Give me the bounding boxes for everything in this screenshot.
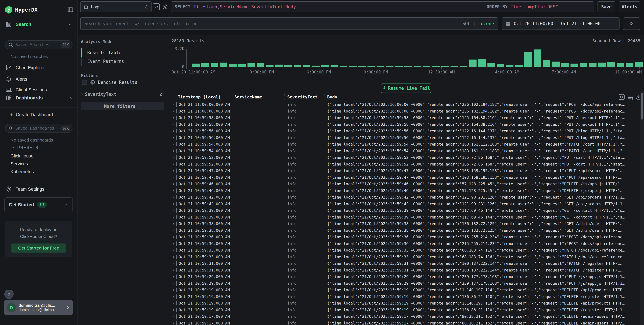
column-header-servicename[interactable]: ServiceName — [234, 95, 262, 99]
table-row[interactable]: ›Oct 21 10:59:29.000 AMinfo{"time_local"… — [169, 274, 640, 280]
expand-row-icon[interactable]: › — [172, 188, 175, 194]
saved-searches-search[interactable]: ⌘K — [5, 40, 72, 49]
expand-row-icon[interactable]: › — [172, 228, 175, 233]
histogram-bar[interactable] — [275, 64, 283, 67]
histogram-bar[interactable] — [192, 63, 200, 67]
column-header-severitytext[interactable]: SeverityText — [287, 95, 318, 99]
tab-event-patterns[interactable]: Event Patterns — [87, 59, 124, 64]
column-header-timestamp[interactable]: Timestamp (Local) — [178, 95, 221, 99]
table-row[interactable]: ›Oct 21 10:59:19.000 AMinfo{"time_local"… — [169, 307, 640, 314]
table-row[interactable]: ›Oct 21 10:59:38.000 AMinfo{"time_local"… — [169, 221, 640, 227]
expand-row-icon[interactable]: › — [172, 241, 175, 247]
expand-row-icon[interactable]: › — [172, 148, 175, 154]
expand-row-icon[interactable]: › — [172, 155, 175, 160]
histogram-bar[interactable] — [617, 63, 624, 67]
histogram-bar[interactable] — [580, 63, 587, 67]
table-row[interactable]: ›Oct 21 10:59:31.000 AMinfo{"time_local"… — [169, 267, 640, 274]
expand-row-icon[interactable]: › — [172, 201, 175, 207]
sql-toggle[interactable]: SQL — [462, 21, 470, 26]
histogram-bar[interactable] — [561, 63, 569, 67]
histogram-bar[interactable] — [201, 63, 209, 67]
get-started-card[interactable]: Get Started 3/3 — [4, 197, 73, 212]
table-row[interactable]: ›Oct 21 10:59:42.000 AMinfo{"time_local"… — [169, 201, 640, 207]
histogram-bar[interactable] — [238, 64, 246, 67]
create-dashboard-button[interactable]: + Create Dashboard — [6, 111, 72, 118]
histogram-bar[interactable] — [284, 65, 292, 67]
table-row[interactable]: ›Oct 21 10:59:46.000 AMinfo{"time_local"… — [169, 181, 640, 188]
table-row[interactable]: ›Oct 21 10:59:39.000 AMinfo{"time_local"… — [169, 214, 640, 221]
histogram-bar[interactable] — [543, 60, 550, 67]
table-row[interactable]: ›Oct 21 10:59:19.000 AMinfo{"time_local"… — [169, 300, 640, 307]
source-settings-button[interactable] — [162, 3, 169, 10]
expand-row-icon[interactable]: › — [172, 161, 175, 167]
edit-sql-button[interactable] — [153, 3, 160, 10]
table-row[interactable]: ›Oct 21 10:59:33.000 AMinfo{"time_local"… — [169, 254, 640, 261]
column-header-body[interactable]: Body — [327, 95, 337, 99]
get-started-free-button[interactable]: Get Started for Free — [11, 244, 66, 253]
lucene-toggle[interactable]: Lucene — [478, 21, 494, 26]
expand-row-icon[interactable]: › — [172, 108, 175, 114]
expand-row-icon[interactable]: › — [172, 300, 175, 306]
table-row[interactable]: ›Oct 21 10:59:36.000 AMinfo{"time_local"… — [169, 241, 640, 247]
histogram-bar[interactable] — [626, 63, 634, 67]
table-row[interactable]: ›Oct 21 10:59:39.000 AMinfo{"time_local"… — [169, 207, 640, 214]
help-button[interactable]: ? — [4, 290, 14, 299]
table-row[interactable]: ›Oct 21 10:59:38.000 AMinfo{"time_local"… — [169, 227, 640, 234]
expand-row-icon[interactable]: › — [172, 281, 175, 286]
expand-row-icon[interactable]: › — [172, 102, 175, 107]
histogram-bar[interactable] — [589, 63, 596, 67]
table-row[interactable]: ›Oct 21 10:59:31.000 AMinfo{"time_local"… — [169, 260, 640, 267]
table-row[interactable]: ›Oct 21 10:59:46.000 AMinfo{"time_local"… — [169, 188, 640, 194]
histogram-bar[interactable] — [608, 62, 615, 67]
chevron-up-icon[interactable] — [68, 96, 72, 100]
severity-facet[interactable]: › SeverityText — [80, 92, 164, 97]
event-search-input[interactable] — [84, 21, 462, 26]
table-row[interactable]: ›Oct 21 10:59:52.000 AMinfo{"time_local"… — [169, 161, 640, 168]
table-row[interactable]: ›Oct 21 10:59:47.000 AMinfo{"time_local"… — [169, 168, 640, 174]
histogram-bar[interactable] — [303, 65, 310, 67]
histogram-bar[interactable] — [488, 63, 495, 67]
table-row[interactable]: ›Oct 21 10:59:42.000 AMinfo{"time_local"… — [169, 194, 640, 201]
histogram-bar[interactable] — [469, 59, 476, 67]
preset-item-clickhouse[interactable]: ClickHouse — [10, 153, 34, 159]
histogram-bar[interactable] — [229, 64, 236, 67]
histogram-bar[interactable] — [635, 62, 643, 67]
expand-row-icon[interactable]: › — [172, 287, 175, 293]
table-row[interactable]: ›Oct 21 10:59:47.000 AMinfo{"time_local"… — [169, 174, 640, 181]
histogram-bar[interactable] — [266, 65, 274, 67]
table-row[interactable]: ›Oct 21 10:59:19.000 AMinfo{"time_local"… — [169, 287, 640, 294]
alerts-button[interactable]: Alerts — [619, 1, 640, 12]
saved-dashboards-input[interactable] — [15, 126, 62, 131]
histogram-bar[interactable] — [294, 65, 301, 67]
sidebar-item-search[interactable]: Search — [6, 21, 72, 28]
saved-searches-input[interactable] — [15, 42, 62, 47]
histogram-bar[interactable] — [497, 64, 504, 67]
date-range-picker[interactable]: Oct 20 11:00:00 - Oct 21 11:00:00 — [502, 17, 620, 30]
expand-row-icon[interactable]: › — [172, 135, 175, 141]
expand-row-icon[interactable]: › — [172, 181, 175, 187]
column-resize-handle[interactable] — [324, 94, 324, 100]
column-resize-handle[interactable] — [284, 94, 284, 100]
expand-row-icon[interactable]: › — [172, 208, 175, 213]
scrollbar-thumb[interactable] — [641, 93, 643, 120]
expand-row-icon[interactable]: › — [172, 168, 175, 174]
user-menu[interactable]: D dominic.tran@clic... dominic.tran@clic… — [4, 300, 73, 315]
expand-row-icon[interactable]: › — [172, 261, 175, 266]
events-histogram[interactable]: Oct 20 11:00:00 AM3:00:00 PM6:00:00 PM9:… — [186, 49, 643, 67]
expand-row-icon[interactable]: › — [172, 234, 175, 240]
sidebar-item-client-sessions[interactable]: Client Sessions — [6, 86, 72, 94]
source-select[interactable]: Logs — [80, 1, 152, 12]
expand-row-icon[interactable]: › — [172, 320, 175, 325]
histogram-bar[interactable] — [330, 65, 338, 67]
wrap-lines-button[interactable] — [627, 94, 634, 101]
table-row[interactable]: ›Oct 21 10:59:52.000 AMinfo{"time_local"… — [169, 154, 640, 161]
view-source-button[interactable] — [618, 94, 625, 100]
expand-row-icon[interactable]: › — [172, 122, 175, 127]
expand-row-icon[interactable]: › — [172, 194, 175, 200]
sidebar-item-team-settings[interactable]: Team Settings — [6, 185, 72, 193]
table-row[interactable]: ›Oct 21 10:59:33.000 AMinfo{"time_local"… — [169, 247, 640, 254]
expand-row-icon[interactable]: › — [172, 294, 175, 300]
table-row[interactable]: ›Oct 21 10:59:19.000 AMinfo{"time_local"… — [169, 294, 640, 300]
expand-row-icon[interactable]: › — [172, 214, 175, 220]
language-toggle[interactable]: SQL | Lucene — [462, 21, 494, 26]
